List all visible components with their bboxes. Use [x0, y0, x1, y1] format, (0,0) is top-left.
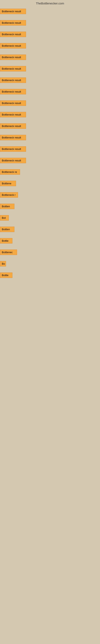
bottleneck-badge[interactable]: Bottleneck r — [0, 192, 18, 198]
list-item[interactable]: Bottlenec — [0, 248, 100, 260]
items-container: Bottleneck resultBottleneck resultBottle… — [0, 8, 100, 283]
site-header: TheBottlenecker.com — [0, 0, 100, 8]
bottleneck-badge[interactable]: Bottleneck result — [0, 100, 26, 106]
bottleneck-badge[interactable]: Bottlene — [0, 181, 16, 186]
list-item[interactable]: Bo — [0, 260, 100, 271]
bottleneck-badge[interactable]: Bottleneck result — [0, 146, 26, 152]
bottleneck-badge[interactable]: Bottleneck result — [0, 158, 26, 163]
list-item[interactable]: Bottleneck result — [0, 19, 100, 30]
list-item[interactable]: Bottleneck result — [0, 53, 100, 65]
list-item[interactable]: Bottleneck result — [0, 145, 100, 156]
list-item[interactable]: Bottleneck result — [0, 99, 100, 111]
bottleneck-badge[interactable]: Bottleneck result — [0, 9, 26, 14]
list-item[interactable]: Bottleneck result — [0, 122, 100, 134]
bottleneck-badge[interactable]: Bottleneck result — [0, 112, 26, 117]
bottleneck-badge[interactable]: Bo — [0, 261, 6, 266]
list-item[interactable]: Bottlene — [0, 180, 100, 191]
list-item[interactable]: Bottleneck result — [0, 42, 100, 53]
bottleneck-badge[interactable]: Bottleneck result — [0, 89, 26, 94]
bottleneck-badge[interactable]: Bottleneck result — [0, 43, 26, 48]
bottleneck-badge[interactable]: Bottleneck result — [0, 20, 26, 26]
bottleneck-badge[interactable]: Bottleneck re — [0, 169, 20, 175]
list-item[interactable]: Bot — [0, 214, 100, 226]
list-item[interactable]: Bottleneck result — [0, 88, 100, 99]
list-item[interactable]: Bottleneck result — [0, 8, 100, 19]
list-item[interactable]: Bottleneck result — [0, 30, 100, 42]
bottleneck-badge[interactable]: Bottlen — [0, 226, 14, 232]
bottleneck-badge[interactable]: Bot — [0, 215, 9, 220]
list-item[interactable]: Bottle — [0, 237, 100, 248]
list-item[interactable]: Bottleneck re — [0, 168, 100, 180]
list-item[interactable]: Bottleneck result — [0, 156, 100, 168]
bottleneck-badge[interactable]: Bottlen — [0, 204, 14, 209]
bottleneck-badge[interactable]: Bottle — [0, 272, 12, 278]
bottleneck-badge[interactable]: Bottleneck result — [0, 78, 26, 83]
list-item[interactable]: Bottlen — [0, 226, 100, 237]
bottleneck-badge[interactable]: Bottle — [0, 238, 12, 244]
site-title: TheBottlenecker.com — [0, 0, 100, 8]
list-item[interactable]: Bottleneck result — [0, 134, 100, 145]
list-item[interactable]: Bottleneck result — [0, 65, 100, 76]
bottleneck-badge[interactable]: Bottlenec — [0, 250, 17, 255]
bottleneck-badge[interactable]: Bottleneck result — [0, 32, 26, 37]
list-item[interactable]: Bottleneck r — [0, 191, 100, 202]
bottleneck-badge[interactable]: Bottleneck result — [0, 54, 26, 60]
list-item[interactable]: Bottle — [0, 271, 100, 283]
bottleneck-badge[interactable]: Bottleneck result — [0, 123, 26, 129]
list-item[interactable]: Bottlen — [0, 202, 100, 214]
bottleneck-badge[interactable]: Bottleneck result — [0, 66, 26, 72]
bottleneck-badge[interactable]: Bottleneck result — [0, 135, 26, 140]
list-item[interactable]: Bottleneck result — [0, 111, 100, 122]
list-item[interactable]: Bottleneck result — [0, 76, 100, 88]
